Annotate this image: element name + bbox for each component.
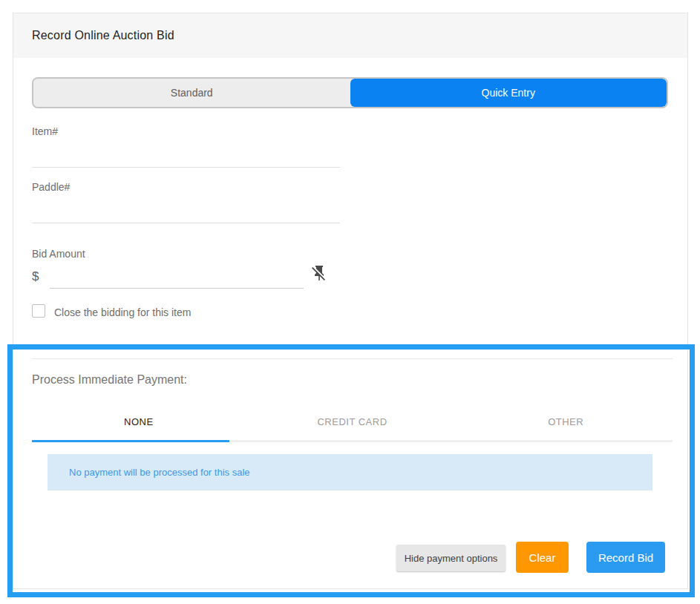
record-bid-button[interactable]: Record Bid [586, 542, 665, 573]
tab-credit-card-label: CREDIT CARD [317, 416, 387, 427]
bid-amount-input[interactable] [50, 271, 304, 289]
payment-info-message: No payment will be processed for this sa… [69, 467, 250, 478]
payment-section-divider [32, 358, 673, 359]
record-bid-card: Record Online Auction Bid Standard Quick… [13, 13, 688, 589]
payment-info-box: No payment will be processed for this sa… [48, 454, 652, 490]
card-header: Record Online Auction Bid [13, 13, 687, 58]
bid-amount-label: Bid Amount [32, 248, 85, 260]
item-number-label: Item# [32, 125, 58, 137]
tab-none-label: NONE [124, 416, 154, 427]
tab-none[interactable]: NONE [32, 401, 246, 442]
toggle-standard-label: Standard [171, 87, 213, 99]
clear-button[interactable]: Clear [516, 542, 569, 573]
paddle-number-label: Paddle# [32, 181, 70, 193]
entry-mode-toggle: Standard Quick Entry [32, 77, 668, 108]
close-bidding-label: Close the bidding for this item [54, 306, 191, 318]
tab-other-label: OTHER [548, 416, 583, 427]
toggle-quick-entry[interactable]: Quick Entry [350, 79, 667, 107]
pin-off-icon[interactable] [310, 264, 328, 282]
payment-tabbar: NONE CREDIT CARD OTHER [32, 401, 673, 442]
toggle-standard[interactable]: Standard [33, 79, 350, 107]
close-bidding-checkbox[interactable] [32, 304, 45, 318]
tab-credit-card[interactable]: CREDIT CARD [246, 401, 459, 442]
paddle-number-input[interactable] [32, 206, 340, 223]
page-title: Record Online Auction Bid [32, 29, 174, 42]
hide-payment-options-button[interactable]: Hide payment options [396, 545, 506, 571]
currency-prefix: $ [32, 269, 39, 284]
toggle-quick-entry-label: Quick Entry [482, 87, 535, 99]
item-number-input[interactable] [32, 151, 340, 168]
tab-other[interactable]: OTHER [459, 401, 673, 442]
tab-active-indicator [32, 440, 229, 442]
payment-heading: Process Immediate Payment: [32, 373, 187, 387]
